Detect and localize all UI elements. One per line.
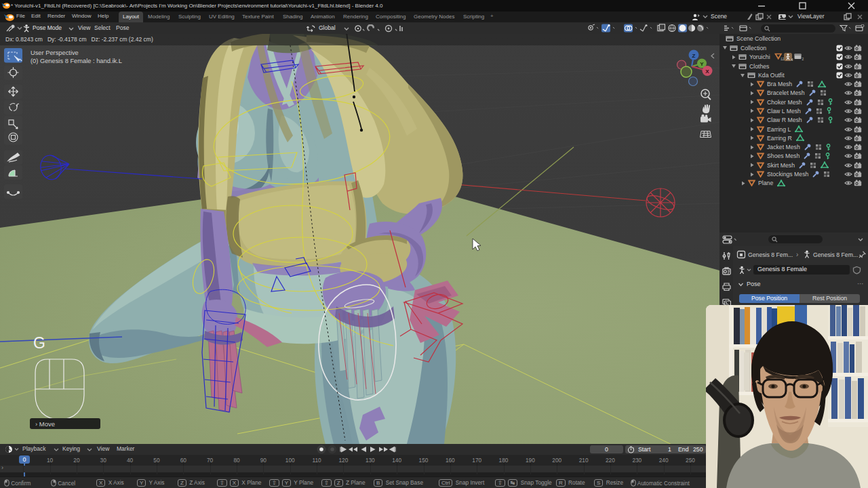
svg-text:› Move: › Move (35, 420, 55, 428)
svg-text:12: 12 (781, 57, 785, 61)
svg-text:Y: Y (700, 61, 704, 67)
svg-text:2: 2 (802, 57, 804, 61)
svg-text:X: X (705, 68, 709, 75)
svg-text:G: G (33, 334, 45, 352)
svg-text:(0) Genesis 8 Female : hand.ik: (0) Genesis 8 Female : hand.ik.L (31, 58, 122, 64)
svg-text:Z: Z (692, 53, 696, 59)
svg-text:User Perspective: User Perspective (31, 49, 79, 56)
svg-text:4: 4 (791, 58, 793, 62)
